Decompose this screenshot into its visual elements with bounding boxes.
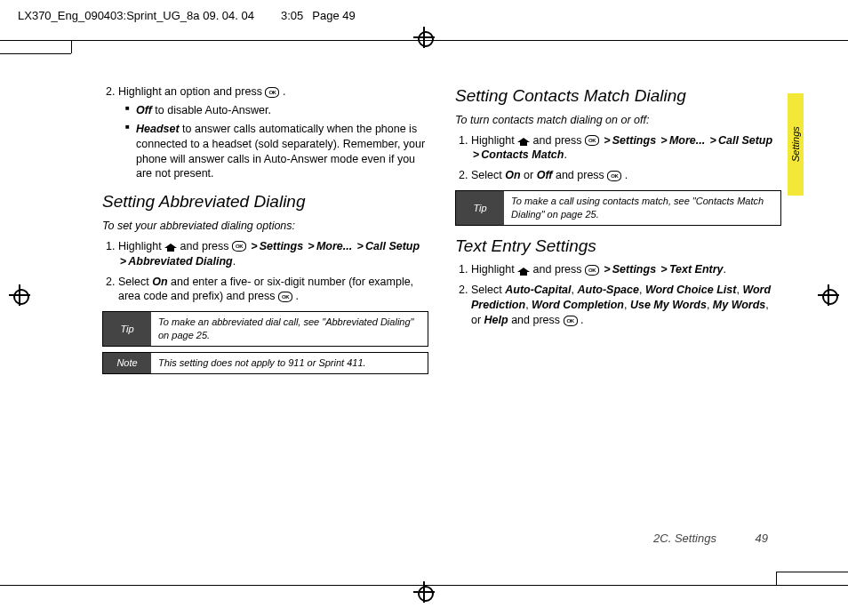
list-item: Select On or Off and press OK . bbox=[471, 168, 781, 183]
heading-contacts-match: Setting Contacts Match Dialing bbox=[455, 84, 781, 108]
heading-abbreviated-dialing: Setting Abbreviated Dialing bbox=[102, 190, 428, 213]
tip-label: Tip bbox=[103, 312, 151, 346]
tip-label: Tip bbox=[456, 191, 504, 225]
registration-mark-icon bbox=[818, 284, 839, 306]
ok-icon: OK bbox=[585, 265, 599, 276]
registration-mark-icon bbox=[413, 581, 435, 603]
right-column: Setting Contacts Match Dialing To turn c… bbox=[455, 84, 781, 554]
tip-callout: Tip To make a call using contacts match,… bbox=[455, 190, 781, 226]
registration-mark-icon bbox=[413, 27, 435, 48]
doc-time: 3:05 bbox=[281, 9, 303, 22]
list-item: Highlight and press OK >Settings >More..… bbox=[471, 133, 781, 164]
registration-mark-icon bbox=[9, 284, 30, 306]
note-callout: Note This setting does not apply to 911 … bbox=[102, 352, 428, 374]
home-icon bbox=[517, 265, 530, 276]
side-tab-settings: Settings bbox=[788, 93, 804, 196]
left-column: Highlight an option and press OK . Off t… bbox=[102, 84, 428, 554]
ok-icon: OK bbox=[607, 171, 621, 181]
print-header: LX370_Eng_090403:Sprint_UG_8a 09. 04. 04… bbox=[18, 9, 830, 22]
ok-icon: OK bbox=[265, 87, 279, 98]
ok-icon: OK bbox=[232, 241, 246, 252]
doc-id: LX370_Eng_090403:Sprint_UG_8a 09. 04. 04 bbox=[18, 9, 254, 22]
list-item: Select Auto-Capital, Auto-Space, Word Ch… bbox=[471, 283, 781, 328]
list-item: Highlight an option and press OK . Off t… bbox=[118, 84, 428, 181]
footer-page-number: 49 bbox=[756, 532, 768, 545]
lead-text: To turn contacts match dialing on or off… bbox=[455, 113, 781, 128]
list-item: Off to disable Auto-Answer. bbox=[125, 103, 428, 118]
lead-text: To set your abbreviated dialing options: bbox=[102, 219, 428, 234]
list-item: Highlight and press OK >Settings >Text E… bbox=[471, 262, 781, 277]
home-icon bbox=[164, 241, 177, 252]
ok-icon: OK bbox=[585, 135, 599, 146]
doc-page-label: Page 49 bbox=[312, 9, 355, 22]
list-item: Select On and enter a five- or six-digit… bbox=[118, 275, 428, 305]
ok-icon: OK bbox=[278, 292, 292, 302]
heading-text-entry: Text Entry Settings bbox=[455, 235, 781, 258]
tip-body: To make an abbreviated dial call, see "A… bbox=[151, 312, 428, 346]
footer-section: 2C. Settings bbox=[653, 532, 716, 545]
tip-body: To make a call using contacts match, see… bbox=[504, 191, 780, 225]
list-item: Headset to answer calls automatically wh… bbox=[125, 122, 428, 182]
note-body: This setting does not apply to 911 or Sp… bbox=[151, 353, 428, 373]
tip-callout: Tip To make an abbreviated dial call, se… bbox=[102, 311, 428, 347]
note-label: Note bbox=[103, 353, 151, 373]
ok-icon: OK bbox=[564, 316, 578, 326]
page-footer: 2C. Settings 49 bbox=[653, 532, 768, 545]
list-item: Highlight and press OK >Settings >More..… bbox=[118, 239, 428, 269]
home-icon bbox=[517, 135, 530, 146]
